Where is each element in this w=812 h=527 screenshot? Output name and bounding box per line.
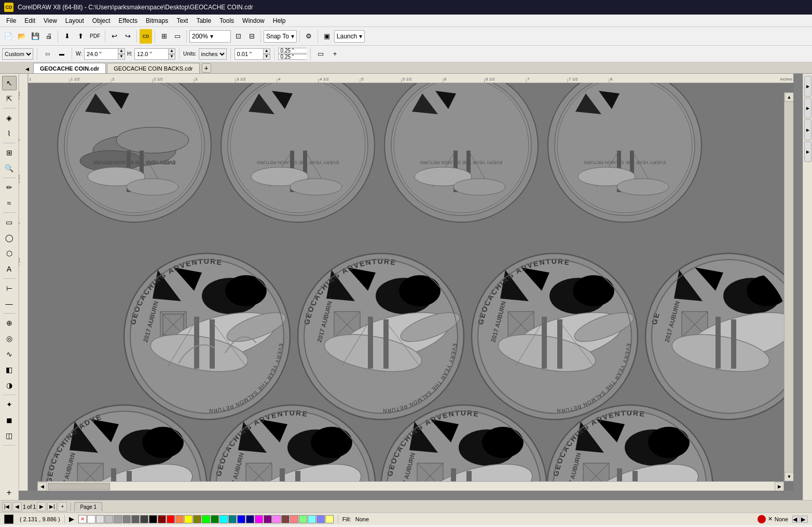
color-periwinkle[interactable] <box>316 515 325 523</box>
eyedropper-tool[interactable]: ✦ <box>2 397 17 412</box>
contour-tool[interactable]: ◎ <box>2 331 17 346</box>
distort-tool[interactable]: ∿ <box>2 347 17 361</box>
redo-button[interactable]: ↪ <box>121 29 134 44</box>
menu-effects[interactable]: Effects <box>115 16 142 25</box>
color-white[interactable] <box>87 515 95 523</box>
page-add-btn[interactable]: + <box>58 502 67 511</box>
color-midgray[interactable] <box>122 515 131 523</box>
fill-tool[interactable]: ◼ <box>2 413 17 427</box>
save-button[interactable]: 💾 <box>29 29 42 44</box>
undo-button[interactable]: ↩ <box>108 29 120 44</box>
preset-dropdown[interactable]: Custom <box>2 48 33 60</box>
new-button[interactable]: 📄 <box>2 29 15 44</box>
text-tool[interactable]: A <box>2 262 17 276</box>
menu-table[interactable]: Table <box>192 16 215 25</box>
dropshadow-tool[interactable]: ◧ <box>2 362 17 377</box>
status-scroll-right[interactable]: ▶ <box>801 516 808 523</box>
zoom-box[interactable]: 200% ▾ <box>189 30 231 43</box>
color-lightgreen[interactable] <box>299 515 307 523</box>
nudge3-input[interactable] <box>278 54 307 60</box>
menu-window[interactable]: Window <box>238 16 269 25</box>
page-border-button[interactable]: ▭ <box>314 47 327 61</box>
ellipse-tool[interactable]: ◯ <box>2 231 17 245</box>
color-olive[interactable] <box>193 515 201 523</box>
width-down[interactable]: ▼ <box>118 54 125 60</box>
freehand-tool[interactable]: ✏ <box>2 180 17 195</box>
tab-geocache-backs[interactable]: GEOCACHE COIN BACKS.cdr <box>107 63 199 73</box>
docker-btn-1[interactable]: ▶ <box>804 76 811 97</box>
open-button[interactable]: 📂 <box>16 29 28 44</box>
nudge-down[interactable]: ▼ <box>263 54 270 60</box>
shape-tool[interactable]: ◈ <box>2 111 17 125</box>
nudge-up[interactable]: ▲ <box>263 48 270 54</box>
scroll-up-btn[interactable]: ▲ <box>785 92 793 102</box>
transparency-tool[interactable]: ◑ <box>2 378 17 393</box>
height-up[interactable]: ▲ <box>168 48 175 54</box>
menu-view[interactable]: View <box>39 16 61 25</box>
color-darkgray[interactable] <box>131 515 140 523</box>
scroll-track-v[interactable] <box>785 102 793 472</box>
height-input[interactable] <box>134 48 168 60</box>
page-tab[interactable]: Page 1 <box>74 502 102 511</box>
color-gray[interactable] <box>114 515 122 523</box>
rectangle-tool[interactable]: ▭ <box>2 215 17 229</box>
color-cyan[interactable] <box>219 515 228 523</box>
nudge-input[interactable] <box>235 48 263 60</box>
color-none-swatch[interactable]: ✕ <box>78 515 87 523</box>
connector-tool[interactable]: — <box>2 296 17 311</box>
blend-tool[interactable]: ⊕ <box>2 316 17 330</box>
color-orange[interactable] <box>175 515 184 523</box>
page-last-btn[interactable]: ▶| <box>47 502 57 511</box>
freehand-pick-tool[interactable]: ⇱ <box>2 91 17 106</box>
docker-btn-4[interactable]: ▶ <box>804 141 811 162</box>
menu-tools[interactable]: Tools <box>215 16 238 25</box>
color-lightyellow[interactable] <box>325 515 334 523</box>
menu-file[interactable]: File <box>2 16 20 25</box>
menu-text[interactable]: Text <box>172 16 192 25</box>
settings-button[interactable]: ⚙ <box>302 29 315 44</box>
width-input[interactable] <box>84 48 118 60</box>
menu-help[interactable]: Help <box>269 16 290 25</box>
tab-geocache-coin[interactable]: GEOCACHE COIN.cdr <box>33 63 106 73</box>
landscape-button[interactable]: ▬ <box>56 47 68 61</box>
snap-to-dropdown[interactable]: Snap To ▾ <box>264 30 297 43</box>
zoom-in-fit[interactable]: ⊡ <box>232 29 244 44</box>
crop-tool[interactable]: ⊞ <box>2 145 17 160</box>
page-prev-btn[interactable]: ◀ <box>12 502 22 511</box>
export-button[interactable]: ⬆ <box>74 29 87 44</box>
docker-btn-3[interactable]: ▶ <box>804 119 811 140</box>
portrait-button[interactable]: ▭ <box>41 47 53 61</box>
right-scrollbar[interactable]: ▲ ▼ <box>784 92 793 481</box>
status-scroll-left[interactable]: ◀ <box>792 516 800 523</box>
scroll-thumb-h[interactable] <box>48 483 110 490</box>
print-button[interactable]: 🖨 <box>43 29 55 44</box>
color-brown[interactable] <box>281 515 290 523</box>
color-yellow[interactable] <box>184 515 192 523</box>
scroll-right-btn[interactable]: ▶ <box>775 482 784 491</box>
docker-button[interactable]: ▣ <box>321 29 333 44</box>
zoom-fit2[interactable]: ⊟ <box>245 29 258 44</box>
color-magenta[interactable] <box>255 515 263 523</box>
menu-layout[interactable]: Layout <box>61 16 88 25</box>
pick-tool[interactable]: ↖ <box>2 76 17 90</box>
width-up[interactable]: ▲ <box>118 48 125 54</box>
tab-scroll-left[interactable]: ◀ <box>21 65 33 73</box>
color-blue[interactable] <box>237 515 245 523</box>
add-tab-button[interactable]: + <box>202 63 211 73</box>
smart-fill-tool[interactable]: ◫ <box>2 428 17 443</box>
parallel-dimension-tool[interactable]: ⊢ <box>2 281 17 295</box>
color-maroon[interactable] <box>158 515 166 523</box>
color-lightgray1[interactable] <box>96 515 104 523</box>
width-spin[interactable]: ▲ ▼ <box>118 48 125 60</box>
scroll-down-btn[interactable]: ▼ <box>785 472 793 481</box>
units-dropdown[interactable]: inches <box>199 48 227 60</box>
color-green[interactable] <box>211 515 219 523</box>
page-next-btn[interactable]: ▶ <box>37 502 46 511</box>
corel-logo-button[interactable]: CD <box>140 29 152 44</box>
color-salmon[interactable] <box>290 515 298 523</box>
menu-object[interactable]: Object <box>88 16 115 25</box>
view-page-button[interactable]: ▭ <box>171 29 184 44</box>
smooth-tool[interactable]: ⌇ <box>2 126 17 141</box>
color-teal[interactable] <box>228 515 237 523</box>
zoom-tool[interactable]: 🔍 <box>2 161 17 175</box>
